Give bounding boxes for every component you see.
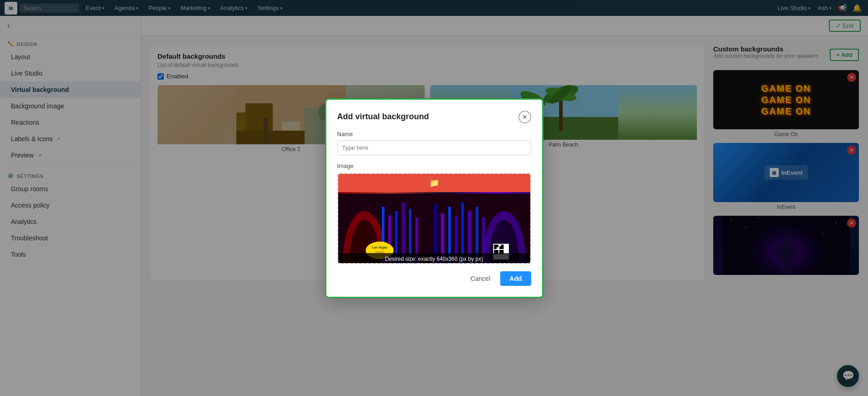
svg-rect-57 xyxy=(497,247,499,250)
modal-footer: Cancel Add xyxy=(337,271,531,286)
modal-image-preview: Las Vegas NEVADA Desired size: exactly 6… xyxy=(338,192,530,264)
svg-rect-55 xyxy=(499,244,501,246)
modal-size-hint: Desired size: exactly 640x360 (px by px) xyxy=(338,253,530,264)
modal-image-label: Image xyxy=(337,162,531,169)
folder-icon: 📁 xyxy=(429,178,439,188)
modal-upload-bar[interactable]: 📁 xyxy=(338,174,530,192)
modal-overlay: Add virtual background ✕ Name Image 📁 xyxy=(0,0,868,396)
svg-text:Las Vegas: Las Vegas xyxy=(372,246,387,249)
modal-name-input[interactable] xyxy=(337,140,531,155)
modal-close-button[interactable]: ✕ xyxy=(518,111,531,123)
modal-header: Add virtual background ✕ xyxy=(337,111,531,123)
modal-cancel-button[interactable]: Cancel xyxy=(465,271,496,286)
modal-name-label: Name xyxy=(337,131,531,137)
modal-image-dropzone[interactable]: 📁 xyxy=(337,173,531,264)
modal-title: Add virtual background xyxy=(337,112,429,122)
modal-add-button[interactable]: Add xyxy=(500,271,531,286)
add-virtual-background-modal: Add virtual background ✕ Name Image 📁 xyxy=(325,98,543,298)
